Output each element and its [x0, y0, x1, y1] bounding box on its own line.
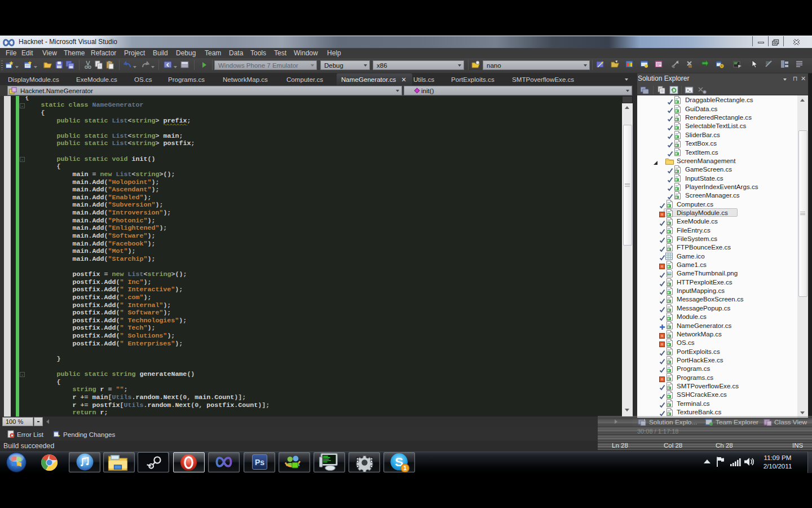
svg-text:1: 1 [403, 465, 407, 471]
